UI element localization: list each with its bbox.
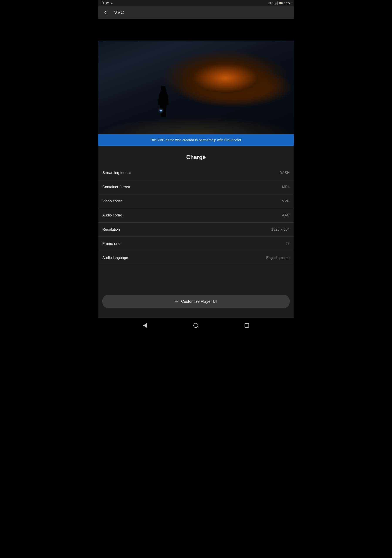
info-value: 1920 x 804 xyxy=(271,227,290,232)
info-label: Audio language xyxy=(102,256,128,260)
light-dot xyxy=(160,110,162,111)
info-label: Resolution xyxy=(102,227,120,232)
info-row: Streaming formatDASH xyxy=(98,166,294,180)
time-display: 11:53 xyxy=(284,1,291,5)
back-triangle-icon xyxy=(143,323,147,328)
info-label: Streaming format xyxy=(102,171,131,175)
city-lights xyxy=(98,117,294,134)
video-top-space xyxy=(98,19,294,41)
info-value: MP4 xyxy=(282,185,290,189)
recents-square-icon xyxy=(245,323,249,328)
customize-player-button[interactable]: ✏ Customize Player UI xyxy=(102,295,290,308)
info-value: VVC xyxy=(282,199,290,203)
info-label: Video codec xyxy=(102,199,123,203)
battery-icon: ⚡ xyxy=(279,1,283,5)
lte-label: LTE xyxy=(269,1,273,5)
home-circle-icon xyxy=(193,323,198,328)
nav-home-button[interactable] xyxy=(191,320,201,331)
info-label: Audio codec xyxy=(102,213,123,218)
svg-rect-9 xyxy=(282,3,283,3)
info-list: Streaming formatDASHContainer formatMP4V… xyxy=(98,166,294,265)
video-title: Charge xyxy=(98,150,294,166)
alert-icon: A xyxy=(110,1,114,5)
content-section: Charge Streaming formatDASHContainer for… xyxy=(98,146,294,318)
info-label: Frame rate xyxy=(102,242,120,246)
pencil-icon: ✏ xyxy=(175,299,178,304)
info-value: DASH xyxy=(279,171,290,175)
customize-button-label: Customize Player UI xyxy=(181,299,217,304)
svg-text:⚡: ⚡ xyxy=(280,3,282,4)
content-spacer xyxy=(98,265,294,291)
info-value: English stereo xyxy=(266,256,290,260)
app-bar: VVC xyxy=(98,6,294,19)
status-bar: A LTE ⚡ 11:53 xyxy=(98,0,294,6)
info-row: Frame rate25 xyxy=(98,237,294,251)
info-value: 25 xyxy=(286,242,290,246)
info-value: AAC xyxy=(282,213,290,218)
app-bar-title: VVC xyxy=(114,9,124,15)
nav-back-button[interactable] xyxy=(140,320,150,331)
info-row: Resolution1920 x 804 xyxy=(98,223,294,237)
notification-icon-2 xyxy=(105,1,109,5)
info-row: Video codecVVC xyxy=(98,194,294,208)
svg-rect-5 xyxy=(277,2,277,5)
status-bar-left: A xyxy=(101,1,114,5)
nav-recents-button[interactable] xyxy=(242,321,252,330)
back-button[interactable] xyxy=(102,8,110,17)
banner-text: This VVC demo was created in partnership… xyxy=(150,138,242,142)
info-label: Container format xyxy=(102,185,130,189)
svg-rect-6 xyxy=(278,1,278,5)
info-row: Audio codecAAC xyxy=(98,208,294,223)
video-player[interactable] xyxy=(98,41,294,134)
svg-rect-4 xyxy=(276,3,276,5)
bottom-button-area: ✏ Customize Player UI xyxy=(98,291,294,314)
navigation-bar xyxy=(98,318,294,333)
partnership-banner: This VVC demo was created in partnership… xyxy=(98,134,294,146)
info-row: Audio languageEnglish stereo xyxy=(98,251,294,265)
info-row: Container formatMP4 xyxy=(98,180,294,194)
svg-rect-0 xyxy=(101,2,104,4)
notification-icon-1 xyxy=(101,1,104,5)
svg-text:A: A xyxy=(111,2,113,4)
signal-icon xyxy=(275,1,278,5)
status-bar-right: LTE ⚡ 11:53 xyxy=(269,1,291,5)
svg-rect-3 xyxy=(275,3,275,5)
